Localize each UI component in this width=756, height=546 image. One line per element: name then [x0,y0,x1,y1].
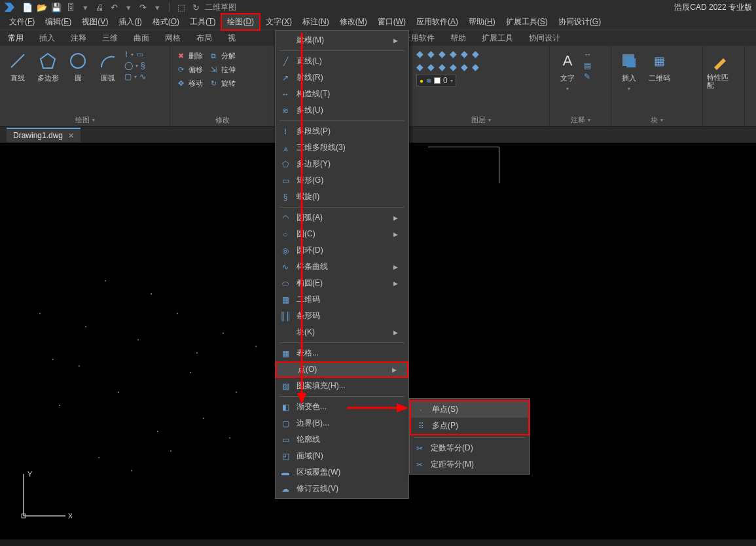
close-icon[interactable]: ✕ [68,132,74,140]
menu-spiral[interactable]: §螺旋(I) [276,189,408,205]
menu-table[interactable]: ▦表格... [276,345,408,361]
menu-qrcode[interactable]: ▦二维码 [276,291,408,308]
menu-hatch[interactable]: ▨图案填充(H)... [276,378,408,394]
tool-polygon[interactable]: 多边形 [34,48,62,83]
menu-line[interactable]: ╱直线(L) [276,53,408,69]
menu-collab[interactable]: 协同设计(G) [553,14,606,29]
menu-multi-point[interactable]: ⠿多点(P) [411,418,528,434]
undo-icon[interactable]: ↶ [109,2,119,12]
tab-help[interactable]: 帮助 [446,31,470,45]
menu-view[interactable]: 视图(V) [77,14,113,29]
tab-3d[interactable]: 三维 [98,31,122,45]
redo-icon[interactable]: ↷ [137,2,148,12]
tab-home[interactable]: 常用 [4,31,27,45]
tool-arc[interactable]: 圆弧 [94,48,122,83]
tab-ext[interactable]: 扩展工具 [478,31,517,45]
menu-spline[interactable]: ∿样条曲线▶ [276,259,408,275]
tool-circle[interactable]: 圆 [64,48,92,83]
layer-ic2-icon[interactable]: ◆ [427,48,435,59]
tab-mesh[interactable]: 网格 [161,31,185,45]
qat-dropdown-icon[interactable]: ▾ [80,2,90,12]
dim-icon[interactable]: ↔ [584,50,592,59]
menu-single-point[interactable]: ·单点(S) [411,401,528,418]
menu-wipeout[interactable]: ▬区域覆盖(W) [276,464,408,481]
menu-pline[interactable]: ⌇多段线(P) [276,123,408,139]
menu-outline[interactable]: ▭轮廓线 [276,431,408,448]
menu-arc[interactable]: ◠圆弧(A)▶ [276,209,408,226]
menu-modeling[interactable]: 建模(M)▶ [276,32,408,48]
tool-rotate[interactable]: ↻旋转 [207,77,237,89]
layer-ic10-icon[interactable]: ◆ [450,62,457,72]
menu-format[interactable]: 格式(O) [147,14,185,29]
helix-icon[interactable]: § [141,61,145,70]
menu-point[interactable]: 点(O)▶ [276,361,408,378]
menu-insert[interactable]: 插入(I) [113,14,147,29]
layer-ic11-icon[interactable]: ◆ [461,62,468,72]
menu-file[interactable]: 文件(F) [4,14,40,29]
layer-ic4-icon[interactable]: ◆ [450,48,457,59]
note-icon[interactable]: ✎ [584,72,592,81]
layer-ic5-icon[interactable]: ◆ [461,48,468,59]
ellipse-icon[interactable]: ◯ [124,61,133,70]
tool-text[interactable]: A文字▾ [554,48,581,92]
menu-region[interactable]: ◰面域(N) [276,448,408,464]
menu-revcloud[interactable]: ☁修订云线(V) [276,481,408,497]
tool-line[interactable]: 直线 [4,48,31,83]
menu-tools[interactable]: 工具(T) [185,14,221,29]
menu-donut[interactable]: ◎圆环(D) [276,242,408,259]
tool-explode[interactable]: ⧉分解 [207,50,237,62]
menu-gradient[interactable]: ◧渐变色... [276,399,408,415]
menu-modify[interactable]: 修改(M) [334,14,372,29]
menu-apps[interactable]: 应用软件(A) [411,14,463,29]
menu-polygon[interactable]: ⬠多边形(Y) [276,156,408,172]
menu-ray[interactable]: ↗射线(R) [276,69,408,86]
menu-xline[interactable]: ↔构造线(T) [276,86,408,102]
print-icon[interactable]: 🖨 [94,2,105,12]
tab-collab[interactable]: 协同设计 [525,31,564,45]
layer-ic7-icon[interactable]: ◆ [416,62,423,72]
tab-surface[interactable]: 曲面 [130,31,153,45]
menu-ext[interactable]: 扩展工具(S) [501,14,553,29]
menu-boundary[interactable]: ▢边界(B)... [276,415,408,431]
tool-move[interactable]: ✥移动 [174,77,204,89]
menu-mline[interactable]: ≋多线(U) [276,102,408,118]
new-file-icon[interactable]: 📄 [22,2,33,12]
workspace-label[interactable]: 二维草图 [205,2,236,13]
tool-delete[interactable]: ✖删除 [174,50,204,62]
menu-ellipse[interactable]: ⬭椭圆(E)▶ [276,275,408,291]
workspace-icon[interactable]: ⬚ [176,2,187,12]
redo-drop-icon[interactable]: ▾ [152,2,162,12]
tab-annotate[interactable]: 注释 [67,31,90,45]
region-icon[interactable]: ▢ [124,72,132,81]
tab-view[interactable]: 视 [224,31,240,45]
sync-icon[interactable]: ↻ [190,2,201,12]
menu-circle[interactable]: ○圆(C)▶ [276,226,408,242]
menu-window[interactable]: 窗口(W) [372,14,411,29]
menu-text[interactable]: 文字(X) [261,14,297,29]
tab-layout[interactable]: 布局 [192,31,216,45]
tool-insert-block[interactable]: 插入▾ [615,48,643,92]
menu-rect[interactable]: ▭矩形(G) [276,172,408,189]
menu-divide[interactable]: ✂定数等分(D) [410,440,530,456]
undo-drop-icon[interactable]: ▾ [123,2,134,12]
open-file-icon[interactable]: 📂 [37,2,47,12]
tab-icon[interactable]: ▤ [584,61,592,70]
tab-insert[interactable]: 插入 [35,31,59,45]
layer-ic1-icon[interactable]: ◆ [416,48,423,59]
menu-barcode[interactable]: ║║条形码 [276,308,408,324]
rect-icon[interactable]: ▭ [136,50,143,59]
layer-ic8-icon[interactable]: ◆ [427,62,435,72]
tool-qrcode[interactable]: ▦二维码 [645,48,673,83]
tool-stretch[interactable]: ⇲拉伸 [207,64,237,75]
spline-icon[interactable]: ∿ [139,72,146,81]
tool-offset[interactable]: ⟳偏移 [174,64,204,75]
layer-combo[interactable]: ● ❄ 0 ▾ [416,75,456,86]
menu-dim[interactable]: 标注(N) [297,14,334,29]
menu-3dpoly[interactable]: ⟁三维多段线(3) [276,139,408,156]
menu-edit[interactable]: 编辑(E) [40,14,77,29]
save-icon[interactable]: 💾 [51,2,62,12]
menu-block[interactable]: 块(K)▶ [276,324,408,340]
menu-measure[interactable]: ✂定距等分(M) [410,456,530,473]
document-tab[interactable]: Drawing1.dwg ✕ [7,128,81,142]
layer-ic3-icon[interactable]: ◆ [439,48,446,59]
